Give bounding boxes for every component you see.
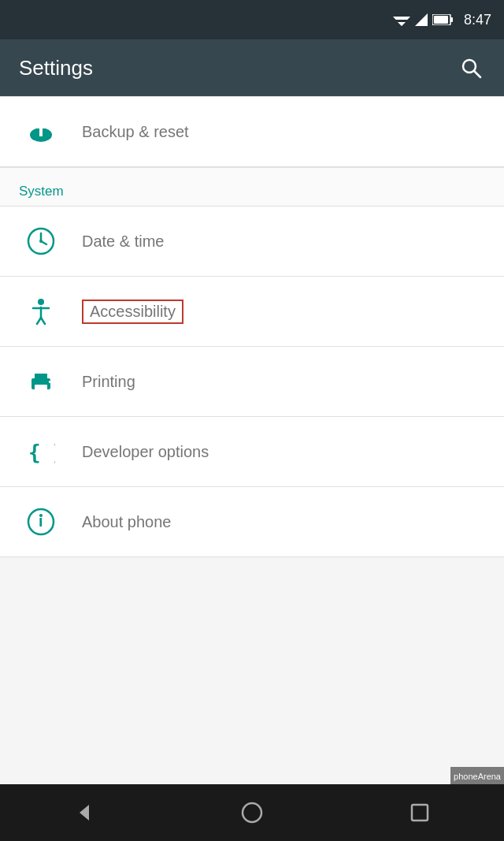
search-icon <box>460 57 482 79</box>
svg-line-21 <box>37 318 41 324</box>
watermark: phoneArena <box>450 767 504 784</box>
date-time-label: Date & time <box>82 233 164 251</box>
svg-point-10 <box>31 131 40 140</box>
accessibility-text: Accessibility <box>90 303 176 320</box>
accessibility-label: Accessibility <box>82 300 183 324</box>
developer-options-icon: { } <box>19 437 63 466</box>
back-button[interactable] <box>53 784 116 841</box>
svg-marker-13 <box>36 122 46 128</box>
backup-reset-label: Backup & reset <box>82 123 189 141</box>
svg-point-33 <box>243 803 261 822</box>
setting-item-date-time[interactable]: Date & time <box>0 207 504 276</box>
setting-item-printing[interactable]: Printing <box>0 347 504 416</box>
svg-text:{ }: { } <box>28 441 55 464</box>
search-button[interactable] <box>457 54 485 82</box>
svg-rect-5 <box>450 17 453 22</box>
accessibility-icon <box>19 297 63 326</box>
printing-icon <box>19 367 63 396</box>
printing-label: Printing <box>82 373 135 391</box>
status-bar: 8:47 <box>0 0 504 39</box>
watermark-text: phoneArena <box>454 772 501 781</box>
about-phone-label: About phone <box>82 513 171 531</box>
battery-icon <box>432 14 453 25</box>
system-section-header: System <box>0 167 504 207</box>
svg-marker-32 <box>80 805 89 821</box>
back-icon <box>73 802 95 824</box>
svg-marker-3 <box>415 13 428 26</box>
app-bar: Settings <box>0 39 504 96</box>
developer-options-label: Developer options <box>82 443 209 461</box>
setting-item-developer-options[interactable]: { } Developer options <box>0 417 504 486</box>
svg-rect-26 <box>35 374 47 379</box>
status-icons: 8:47 <box>393 12 491 28</box>
setting-item-about-phone[interactable]: i About phone <box>0 487 504 556</box>
backup-reset-icon <box>19 117 63 146</box>
app-bar-title: Settings <box>19 56 93 80</box>
about-divider <box>0 556 504 557</box>
svg-point-18 <box>38 299 44 305</box>
svg-point-17 <box>39 240 43 243</box>
svg-point-11 <box>43 132 50 140</box>
home-button[interactable] <box>220 784 284 841</box>
home-icon <box>241 802 263 824</box>
setting-item-accessibility[interactable]: Accessibility <box>0 277 504 346</box>
svg-line-8 <box>474 71 480 77</box>
about-phone-icon: i <box>19 508 63 536</box>
svg-rect-27 <box>49 381 51 383</box>
svg-point-31 <box>39 514 43 517</box>
setting-item-backup-reset[interactable]: Backup & reset <box>0 97 504 166</box>
svg-rect-34 <box>412 805 428 821</box>
date-time-icon <box>19 227 63 255</box>
svg-line-22 <box>41 318 45 324</box>
recent-apps-button[interactable] <box>388 784 451 841</box>
signal-icon <box>415 13 428 26</box>
status-time: 8:47 <box>464 12 491 28</box>
system-section-title: System <box>19 184 64 199</box>
recent-apps-icon <box>410 803 429 822</box>
svg-marker-2 <box>398 22 406 26</box>
settings-list: Backup & reset System Date & time <box>0 96 504 557</box>
navigation-bar <box>0 784 504 841</box>
svg-rect-6 <box>434 16 448 24</box>
svg-rect-25 <box>35 385 47 393</box>
wifi-icon <box>393 13 410 26</box>
